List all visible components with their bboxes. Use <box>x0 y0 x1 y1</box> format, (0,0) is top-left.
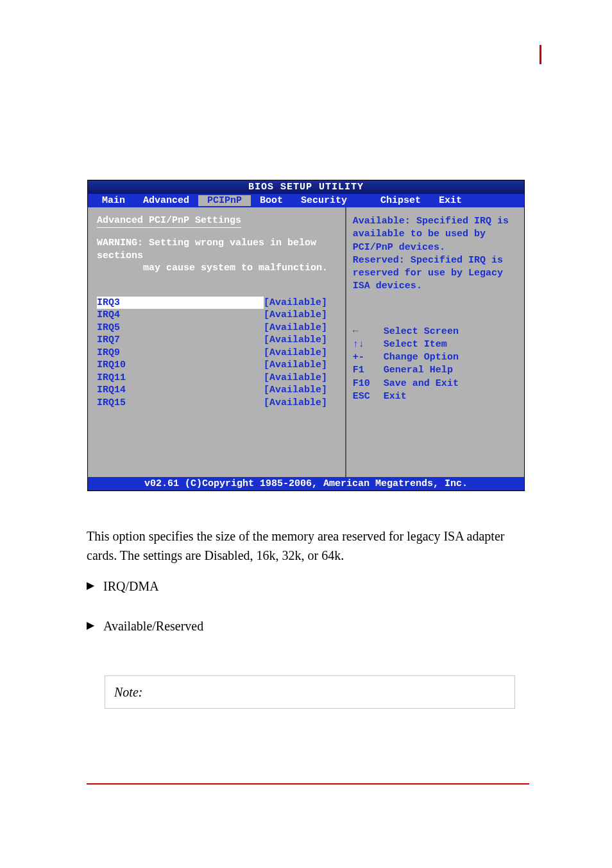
note-block: Note: <box>105 675 515 709</box>
nav-action: Select Item <box>384 338 447 351</box>
irq-value: [Available] <box>264 397 327 410</box>
bullet-item: ▶ IRQ/DMA <box>87 577 523 596</box>
warning-line2: may cause system to malfunction. <box>143 263 328 273</box>
irq-value: [Available] <box>264 322 327 334</box>
nav-row: F1General Help <box>353 364 518 377</box>
nav-action: General Help <box>384 364 453 377</box>
nav-key: F10 <box>353 378 384 390</box>
irq-label: IRQ9 <box>97 347 264 360</box>
irq-value: [Available] <box>264 297 327 309</box>
nav-key: ↑↓ <box>353 338 384 351</box>
irq-label: IRQ7 <box>97 334 264 347</box>
nav-row: +-Change Option <box>353 351 518 364</box>
bios-window: BIOS SETUP UTILITY Main Advanced PCIPnP … <box>87 180 525 491</box>
irq-value: [Available] <box>264 334 327 347</box>
nav-action: Select Screen <box>384 326 459 338</box>
irq-label: IRQ11 <box>97 372 264 385</box>
irq-label: IRQ5 <box>97 322 264 334</box>
nav-key: +- <box>353 351 384 364</box>
irq-value: [Available] <box>264 309 327 322</box>
menu-pcipnp[interactable]: PCIPnP <box>198 195 251 206</box>
nav-key: ESC <box>353 390 384 403</box>
bullet-item: ▶ Available/Reserved <box>87 616 523 636</box>
bios-left-pane: Advanced PCI/PnP Settings WARNING: Setti… <box>88 207 346 477</box>
menu-boot[interactable]: Boot <box>251 195 292 206</box>
bios-footer: v02.61 (C)Copyright 1985-2006, American … <box>88 477 524 490</box>
irq-row[interactable]: IRQ15[Available] <box>97 397 336 410</box>
nav-action: Save and Exit <box>384 378 459 390</box>
irq-label: IRQ4 <box>97 309 264 322</box>
nav-key: ← <box>353 326 384 338</box>
irq-row[interactable]: IRQ5[Available] <box>97 322 336 334</box>
irq-row[interactable]: IRQ3[Available] <box>97 297 336 309</box>
menu-chipset[interactable]: Chipset <box>371 195 430 206</box>
section-title: Advanced PCI/PnP Settings <box>97 215 241 228</box>
nav-row: ←Select Screen <box>353 326 518 338</box>
bullet-heading: IRQ/DMA <box>103 577 159 596</box>
nav-row: F10Save and Exit <box>353 378 518 390</box>
bullet-heading: Available/Reserved <box>103 616 203 636</box>
irq-label: IRQ3 <box>97 297 264 309</box>
footer-rule <box>87 783 529 785</box>
irq-value: [Available] <box>264 347 327 360</box>
triangle-icon: ▶ <box>87 616 94 634</box>
nav-action: Exit <box>384 390 407 403</box>
warning-line1: WARNING: Setting wrong values in below s… <box>97 238 316 261</box>
irq-row[interactable]: IRQ14[Available] <box>97 384 336 397</box>
irq-label: IRQ15 <box>97 397 264 410</box>
paragraph: This option specifies the size of the me… <box>87 526 523 565</box>
menu-advanced[interactable]: Advanced <box>134 195 198 206</box>
irq-value: [Available] <box>264 372 327 385</box>
nav-row: ↑↓Select Item <box>353 338 518 351</box>
irq-row[interactable]: IRQ11[Available] <box>97 372 336 385</box>
irq-row[interactable]: IRQ4[Available] <box>97 309 336 322</box>
bios-right-pane: Available: Specified IRQ is available to… <box>346 207 524 477</box>
triangle-icon: ▶ <box>87 577 94 595</box>
warning-text: WARNING: Setting wrong values in below s… <box>97 237 336 275</box>
help-text: Available: Specified IRQ is available to… <box>353 215 518 293</box>
note-label: Note: <box>114 685 142 699</box>
menu-main[interactable]: Main <box>93 195 134 206</box>
bios-title: BIOS SETUP UTILITY <box>88 180 524 194</box>
nav-key: F1 <box>353 364 384 377</box>
irq-row[interactable]: IRQ9[Available] <box>97 347 336 360</box>
irq-row[interactable]: IRQ7[Available] <box>97 334 336 347</box>
menu-exit[interactable]: Exit <box>430 195 471 206</box>
menu-security[interactable]: Security <box>292 195 356 206</box>
page-edge-marker <box>540 45 541 64</box>
irq-row[interactable]: IRQ10[Available] <box>97 359 336 372</box>
irq-label: IRQ10 <box>97 359 264 372</box>
irq-value: [Available] <box>264 359 327 372</box>
bios-menubar: Main Advanced PCIPnP Boot Security Chips… <box>88 194 524 207</box>
nav-row: ESCExit <box>353 390 518 403</box>
nav-action: Change Option <box>384 351 459 364</box>
irq-label: IRQ14 <box>97 384 264 397</box>
irq-value: [Available] <box>264 384 327 397</box>
